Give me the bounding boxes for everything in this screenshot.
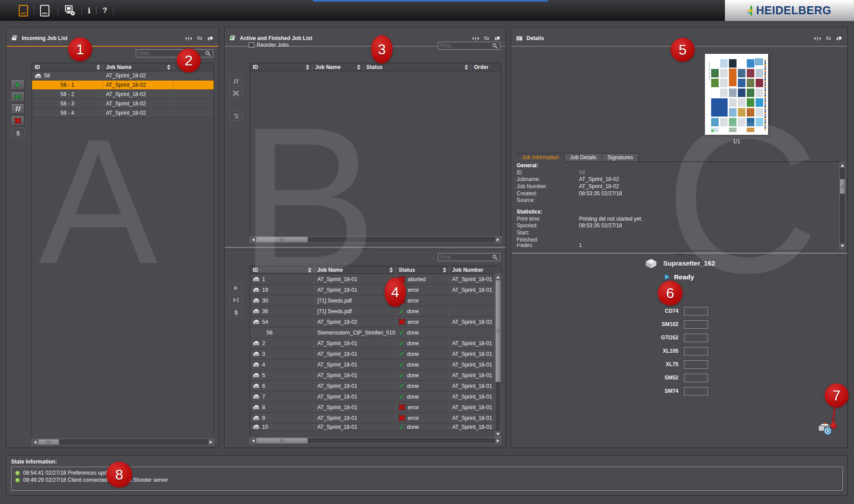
machine-count-input[interactable]	[684, 307, 708, 315]
column-header[interactable]: Job Name	[312, 63, 364, 71]
collapse-panel-icon[interactable]	[185, 36, 192, 41]
job-log-button[interactable]	[229, 111, 243, 121]
sort-icon[interactable]	[306, 65, 309, 70]
finished-job-row[interactable]: 5 AT_Sprint_18-01 ✓ done AT_Sprint_18-01	[250, 370, 495, 381]
finished-job-row[interactable]: 4 AT_Sprint_18-01 ✓ done AT_Sprint_18-01	[250, 359, 495, 370]
scroll-up-button[interactable]	[495, 274, 501, 280]
panel-splitter[interactable]	[225, 247, 506, 249]
details-tab[interactable]: Signatures	[602, 153, 639, 162]
incoming-job-row[interactable]: 58 - 1 AT_Sprint_18-02	[32, 81, 214, 90]
scroll-left-button[interactable]	[250, 237, 256, 242]
delete-job-button[interactable]	[11, 128, 24, 138]
new-job-document-icon[interactable]: ABC	[19, 5, 28, 16]
incoming-job-list-panel: Incoming Job List A ID Job	[6, 28, 219, 448]
import-job-document-icon[interactable]: ABC←	[40, 5, 52, 16]
scroll-left-button[interactable]	[32, 439, 38, 445]
detach-panel-icon[interactable]	[836, 36, 843, 41]
finished-job-row[interactable]: 7 AT_Sprint_18-01 ✓ done AT_Sprint_18-01	[250, 391, 495, 402]
finished-job-row[interactable]: 56 Siemensstern_CtP_Streifen_510x510.tif…	[250, 327, 495, 338]
show-monitor-icon[interactable]	[483, 36, 490, 41]
details-tab[interactable]: Job Information	[517, 153, 565, 162]
detach-panel-icon[interactable]	[207, 36, 214, 41]
finished-job-row[interactable]: 3 AT_Sprint_18-01 ✓ done AT_Sprint_18-01	[250, 349, 495, 359]
sort-icon[interactable]	[389, 267, 393, 273]
incoming-job-row[interactable]: 58 - 3 AT_Sprint_18-02	[32, 99, 214, 109]
finished-find-input[interactable]	[440, 254, 492, 260]
abort-active-job-button[interactable]	[229, 88, 243, 98]
reprint-job-button[interactable]	[229, 283, 243, 293]
reprint-next-button[interactable]	[229, 295, 243, 305]
start-job-button[interactable]	[11, 80, 24, 90]
abort-job-button[interactable]	[11, 116, 24, 126]
incoming-job-row[interactable]: 58 - 4 AT_Sprint_18-02	[32, 109, 214, 118]
incoming-job-row[interactable]: 58 AT_Sprint_18-02	[32, 71, 214, 81]
scroll-left-button[interactable]	[250, 438, 256, 444]
scroll-up-button[interactable]	[840, 162, 846, 168]
machine-count-input[interactable]	[684, 320, 708, 329]
column-header[interactable]: Job Name	[103, 63, 174, 71]
sort-icon[interactable]	[465, 65, 468, 70]
column-header[interactable]: Order	[471, 63, 501, 71]
scroll-down-button[interactable]	[495, 431, 501, 437]
finished-job-row[interactable]: 9 AT_Sprint_18-01 ✓ error AT_Sprint_18-0…	[250, 413, 495, 423]
job-preview-thumbnail[interactable]	[705, 54, 768, 135]
pause-job-button[interactable]	[11, 104, 24, 114]
details-tab[interactable]: Job Details	[565, 153, 602, 162]
show-monitor-icon[interactable]	[196, 36, 203, 41]
machine-count-input[interactable]	[684, 360, 708, 369]
finished-job-row[interactable]: 30 [71] Seeds.pdf ✓ error	[250, 295, 495, 306]
info-icon[interactable]: i	[88, 6, 90, 15]
active-find-input[interactable]	[440, 43, 492, 49]
sort-icon[interactable]	[167, 65, 170, 70]
incoming-job-row[interactable]: 58 - 2 AT_Sprint_18-02	[32, 90, 214, 99]
start-next-job-button[interactable]	[11, 92, 24, 102]
finished-job-row[interactable]: 1 AT_Sprint_18-01 ✓ aborted AT_Sprint_18…	[250, 274, 495, 285]
finished-job-row[interactable]: 36 [71] Seeds.pdf ✓ done	[250, 306, 495, 317]
scroll-right-button[interactable]	[495, 237, 501, 242]
column-header[interactable]: Job Name	[315, 266, 396, 274]
column-header[interactable]: ID	[250, 266, 315, 274]
machine-count-input[interactable]	[684, 387, 708, 395]
finished-job-row[interactable]: 2 AT_Sprint_18-01 ✓ done AT_Sprint_18-01	[250, 338, 495, 349]
scrollbar-thumb[interactable]	[256, 438, 308, 444]
scroll-down-button[interactable]	[840, 243, 846, 249]
detach-panel-icon[interactable]	[494, 36, 501, 41]
finished-job-row[interactable]: 54 AT_Sprint_18-02 ✓ error AT_Sprint_18-…	[250, 317, 495, 327]
play-icon	[233, 285, 239, 291]
column-header[interactable]: Job Number	[449, 266, 495, 274]
collapse-panel-icon[interactable]	[814, 36, 821, 41]
delete-finished-job-button[interactable]	[229, 307, 243, 317]
job-number: AT_Sprint_18-01	[452, 404, 492, 411]
toolbar-separator	[58, 7, 58, 15]
printer-settings-icon[interactable]	[815, 419, 834, 438]
scrollbar-thumb[interactable]	[495, 280, 501, 382]
reorder-jobs-checkbox[interactable]	[249, 42, 254, 48]
machine-count-input[interactable]	[684, 374, 708, 382]
workstation-settings-icon[interactable]	[64, 5, 76, 16]
sort-icon[interactable]	[443, 267, 446, 273]
machine-count-input[interactable]	[684, 334, 708, 342]
machine-count-input[interactable]	[684, 347, 708, 355]
column-header[interactable]: Status	[396, 266, 449, 274]
scroll-right-button[interactable]	[495, 438, 501, 444]
column-header[interactable]: ID	[32, 63, 103, 71]
finished-job-row[interactable]: 19 AT_Sprint_18-01 ✓ error AT_Sprint_18-…	[250, 285, 495, 295]
sort-icon[interactable]	[357, 65, 360, 70]
collapse-panel-icon[interactable]	[472, 36, 479, 41]
finished-job-row[interactable]: 6 AT_Sprint_18-01 ✓ done AT_Sprint_18-01	[250, 381, 495, 391]
column-header[interactable]: Status	[364, 63, 471, 71]
finished-job-row[interactable]: 10 AT_Sprint_18-01 ✓ done AT_Sprint_18-0…	[250, 423, 495, 431]
sort-icon[interactable]	[308, 267, 312, 273]
scrollbar-thumb[interactable]	[38, 439, 59, 445]
show-monitor-icon[interactable]	[825, 36, 832, 41]
search-icon	[205, 51, 211, 56]
column-header[interactable]: ID	[250, 63, 312, 71]
scrollbar-thumb[interactable]	[256, 237, 308, 242]
details-splitter[interactable]	[511, 253, 847, 255]
pause-active-job-button[interactable]	[229, 76, 243, 86]
help-icon[interactable]: ?	[102, 6, 107, 15]
scroll-right-button[interactable]	[208, 439, 214, 445]
scrollbar-thumb[interactable]	[840, 179, 845, 194]
finished-job-row[interactable]: 8 AT_Sprint_18-01 ✓ error AT_Sprint_18-0…	[250, 402, 495, 413]
sort-icon[interactable]	[97, 65, 100, 70]
